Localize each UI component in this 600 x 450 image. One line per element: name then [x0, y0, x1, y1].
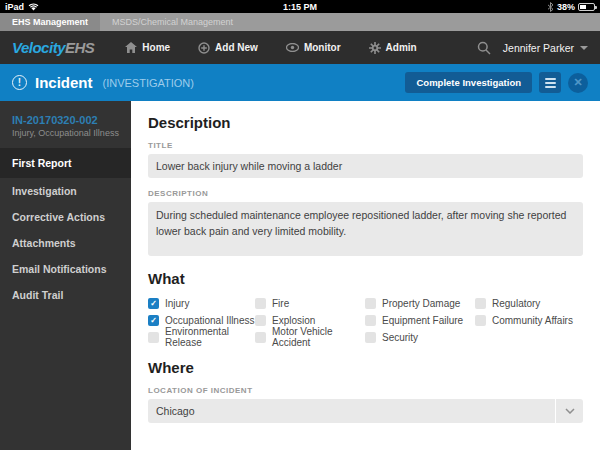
battery-percent: 38% [557, 2, 575, 12]
location-field-label: LOCATION OF INCIDENT [148, 386, 583, 395]
checkbox-icon: ✓ [365, 298, 376, 309]
record-type: Injury, Occupational Illness [0, 126, 131, 148]
page-subtitle: (INVESTIGATION) [103, 77, 194, 89]
checkbox-icon: ✓ [475, 315, 486, 326]
nav-monitor[interactable]: Monitor [275, 31, 352, 64]
battery-icon [578, 3, 595, 11]
ios-status-bar: iPad 1:15 PM 38% [0, 0, 600, 13]
add-icon [198, 42, 210, 54]
record-sidebar: IN-20170320-002 Injury, Occupational Ill… [0, 101, 131, 450]
checkbox-injury[interactable]: ✓ Injury [148, 297, 255, 309]
bluetooth-icon [547, 2, 554, 12]
title-field-label: TITLE [148, 141, 583, 150]
sidebar-item-corrective-actions[interactable]: Corrective Actions [0, 204, 131, 230]
checkbox-community-affairs[interactable]: ✓ Community Affairs [475, 314, 583, 326]
clock: 1:15 PM [0, 2, 600, 12]
checkbox-icon: ✓ [475, 298, 486, 309]
incident-type-checkbox-grid: ✓ Injury ✓ Occupational Illness ✓ Enviro… [148, 297, 583, 343]
nav-home[interactable]: Home [114, 31, 181, 64]
product-tab-bar: EHS Management MSDS/Chemical Management [0, 13, 600, 31]
what-section-heading: What [148, 270, 583, 287]
home-icon [125, 42, 137, 53]
checkbox-icon: ✓ [365, 315, 376, 326]
user-menu[interactable]: Jennifer Parker [503, 42, 588, 54]
tab-ehs-management[interactable]: EHS Management [0, 13, 100, 31]
location-of-incident-select[interactable]: Chicago [148, 399, 583, 423]
location-selected-value: Chicago [148, 399, 555, 423]
nav-home-label: Home [142, 42, 170, 53]
nav-monitor-label: Monitor [304, 42, 341, 53]
checkbox-icon: ✓ [255, 332, 266, 343]
where-section-heading: Where [148, 359, 583, 376]
main-content: Description TITLE DESCRIPTION During sch… [131, 101, 600, 450]
nav-admin-label: Admin [386, 42, 417, 53]
description-section-heading: Description [148, 114, 583, 131]
checkbox-regulatory[interactable]: ✓ Regulatory [475, 297, 583, 309]
checkbox-occupational-illness[interactable]: ✓ Occupational Illness [148, 314, 255, 326]
title-input[interactable] [148, 154, 583, 178]
checkbox-fire[interactable]: ✓ Fire [255, 297, 365, 309]
top-nav-bar: VelocityEHS Home Add New Monitor Admin [0, 31, 600, 64]
record-id: IN-20170320-002 [0, 114, 131, 126]
sidebar-item-investigation[interactable]: Investigation [0, 178, 131, 204]
checkbox-icon: ✓ [255, 298, 266, 309]
sidebar-item-attachments[interactable]: Attachments [0, 230, 131, 256]
sidebar-item-email-notifications[interactable]: Email Notifications [0, 256, 131, 282]
checkbox-property-damage[interactable]: ✓ Property Damage [365, 297, 475, 309]
close-button[interactable]: ✕ [568, 73, 588, 93]
nav-admin[interactable]: Admin [358, 31, 428, 64]
hamburger-menu-button[interactable] [539, 72, 561, 93]
chevron-down-icon [580, 46, 588, 50]
checkbox-environmental-release[interactable]: ✓ Environmental Release [148, 331, 255, 343]
checkbox-icon: ✓ [148, 315, 159, 326]
monitor-eye-icon [286, 43, 299, 52]
velocityehs-logo[interactable]: VelocityEHS [12, 39, 94, 56]
checkbox-icon: ✓ [365, 332, 376, 343]
chevron-down-icon [556, 399, 583, 423]
search-icon[interactable] [477, 41, 491, 55]
complete-investigation-button[interactable]: Complete Investigation [405, 72, 532, 93]
sidebar-item-audit-trail[interactable]: Audit Trail [0, 282, 131, 308]
checkbox-icon: ✓ [255, 315, 266, 326]
user-name: Jennifer Parker [503, 42, 574, 54]
checkbox-equipment-failure[interactable]: ✓ Equipment Failure [365, 314, 475, 326]
nav-add-new-label: Add New [215, 42, 258, 53]
checkbox-security[interactable]: ✓ Security [365, 331, 475, 343]
checkbox-icon: ✓ [148, 298, 159, 309]
description-textarea[interactable]: During scheduled maintenance employee re… [148, 202, 583, 256]
page-title: Incident [35, 74, 93, 91]
gear-icon [369, 42, 381, 54]
checkbox-explosion[interactable]: ✓ Explosion [255, 314, 365, 326]
checkbox-icon: ✓ [148, 332, 159, 343]
incident-alert-icon: ! [12, 75, 27, 90]
checkbox-motor-vehicle-accident[interactable]: ✓ Motor Vehicle Accident [255, 331, 365, 343]
incident-header: ! Incident (INVESTIGATION) Complete Inve… [0, 64, 600, 101]
sidebar-item-first-report[interactable]: First Report [0, 148, 131, 178]
nav-add-new[interactable]: Add New [187, 31, 269, 64]
description-field-label: DESCRIPTION [148, 189, 583, 198]
tab-msds-chemical-management[interactable]: MSDS/Chemical Management [100, 13, 245, 31]
